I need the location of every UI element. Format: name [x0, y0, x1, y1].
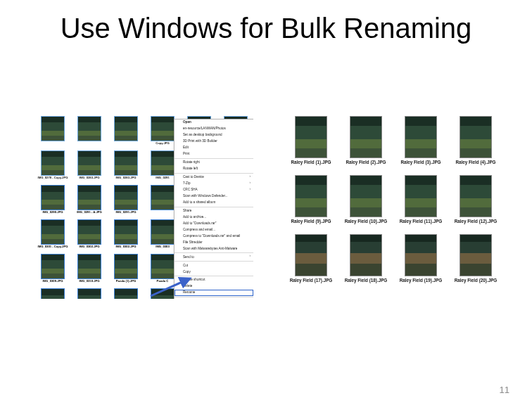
menu-item[interactable]: Edit — [175, 145, 253, 151]
svg-line-0 — [151, 278, 190, 296]
file-thumbnail[interactable]: IMG_0301 - Copy.JPG — [35, 219, 70, 252]
thumbnail-image — [460, 234, 492, 276]
file-thumbnail[interactable]: IMG_0310.JPG — [72, 254, 107, 287]
file-thumbnail[interactable] — [108, 116, 144, 149]
file-thumbnail[interactable] — [72, 116, 107, 149]
file-thumbnail[interactable]: Panda (8).JPG — [35, 288, 70, 299]
file-thumbnail[interactable]: IMG_0290.JPG — [35, 185, 70, 218]
file-label: Raley Field (9).JPG — [286, 219, 336, 224]
file-thumbnail[interactable]: Panda (1).JPG — [108, 254, 144, 287]
menu-item[interactable]: 3D Print with 3D Builder — [175, 139, 253, 145]
menu-item[interactable]: Compress to "Downloads.rar" and email — [175, 233, 253, 239]
thumbnail-image — [460, 175, 492, 217]
file-thumbnail[interactable]: IMG_0278 - Copy.JPG — [35, 150, 70, 184]
file-thumbnail[interactable]: IMG_0291 - A.JPG — [72, 185, 107, 218]
file-thumbnail[interactable]: Raley Field (17).JPG — [286, 234, 336, 290]
menu-item[interactable]: Send to — [175, 254, 253, 260]
thumbnail-image — [151, 219, 175, 245]
thumbnail-image — [114, 116, 138, 141]
thumbnail-image — [77, 288, 101, 299]
before-panel: Copy.JPGCopy.JPGIMG_0278 - Copy.JPGIMG_0… — [35, 116, 253, 299]
file-thumbnail[interactable]: IMG_0283.JPG — [108, 150, 144, 184]
file-thumbnail[interactable]: Raley Field (9).JPG — [286, 175, 336, 231]
file-thumbnail[interactable]: Raley Field (10).JPG — [341, 175, 391, 231]
file-thumbnail[interactable]: Raley Field (20).JPG — [450, 234, 501, 290]
thumbnail-image — [151, 150, 175, 176]
file-thumbnail[interactable]: Raley Field (3).JPG — [395, 116, 446, 172]
thumbnail-image — [350, 175, 382, 217]
file-thumbnail[interactable]: Raley Field (4).JPG — [450, 116, 501, 172]
file-label: Raley Field (3).JPG — [395, 160, 446, 165]
panels: Copy.JPGCopy.JPGIMG_0278 - Copy.JPGIMG_0… — [35, 116, 497, 299]
menu-item[interactable]: Set as desktop background — [175, 132, 253, 139]
file-label: IMG_0302.JPG — [72, 245, 106, 249]
file-thumbnail[interactable]: Raley Field (12).JPG — [450, 175, 501, 231]
thumbnail-image — [295, 116, 327, 158]
thumbnail-image — [77, 254, 101, 279]
file-label: IMG_0309.JPG — [36, 280, 70, 283]
menu-item[interactable]: Compress and email... — [175, 227, 253, 233]
file-label: IMG_0283.JPG — [72, 176, 106, 180]
menu-item[interactable]: Cut — [175, 262, 253, 269]
menu-separator — [175, 252, 253, 253]
file-label: Raley Field (1).JPG — [286, 160, 336, 165]
menu-open[interactable]: Open — [175, 120, 253, 126]
menu-item[interactable]: Rotate left — [175, 166, 253, 172]
file-thumbnail[interactable]: Raley Field (1).JPG — [286, 116, 336, 172]
thumbnail-image — [295, 175, 327, 217]
thumbnail-image — [405, 234, 437, 276]
file-thumbnail[interactable]: IMG_0309.JPG — [35, 254, 70, 287]
menu-item[interactable]: Scan with Malwarebytes Anti-Malware — [175, 245, 253, 252]
after-thumbnail-grid: Raley Field (1).JPGRaley Field (2).JPGRa… — [286, 116, 497, 290]
menu-item[interactable]: Cast to Device — [175, 174, 253, 181]
menu-item[interactable]: CRC SHA — [175, 187, 253, 193]
thumbnail-image — [41, 288, 65, 299]
file-label: Raley Field (19).JPG — [395, 278, 446, 283]
slide-title: Use Windows for Bulk Renaming — [0, 13, 532, 44]
file-thumbnail[interactable]: Raley Field (18).JPG — [341, 234, 391, 290]
context-menu[interactable]: Open en-resource/LANWAN/PhotosSet as des… — [174, 119, 253, 299]
slide: Use Windows for Bulk Renaming Copy.JPGCo… — [0, 0, 532, 405]
file-thumbnail[interactable]: IMG_0291.JPG — [108, 185, 144, 218]
thumbnail-image — [295, 234, 327, 276]
thumbnail-image — [41, 254, 65, 279]
thumbnail-image — [460, 116, 492, 158]
file-thumbnail[interactable]: Panda (10).JPG — [108, 288, 144, 299]
file-thumbnail[interactable]: IMG_0283.JPG — [72, 150, 107, 184]
thumbnail-image — [77, 219, 101, 245]
file-thumbnail[interactable]: IMG_0302.JPG — [72, 219, 107, 252]
file-label: IMG_0310.JPG — [72, 280, 106, 283]
menu-item[interactable]: File Shredder — [175, 239, 253, 245]
menu-item[interactable]: Copy — [175, 269, 253, 275]
menu-separator — [175, 207, 253, 207]
file-thumbnail[interactable]: Raley Field (11).JPG — [395, 175, 446, 231]
thumbnail-image — [350, 234, 382, 276]
menu-share[interactable]: Share — [175, 208, 253, 214]
menu-item[interactable]: Add to a shared album — [175, 200, 253, 206]
file-thumbnail[interactable]: Panda (9).JPG — [72, 288, 107, 299]
file-label: Panda (1).JPG — [109, 280, 143, 283]
thumbnail-image — [41, 219, 65, 245]
file-thumbnail[interactable] — [35, 116, 70, 149]
menu-item[interactable]: Rotate right — [175, 160, 253, 166]
after-panel: Raley Field (1).JPGRaley Field (2).JPGRa… — [286, 116, 497, 299]
menu-item[interactable]: 7-Zip — [175, 181, 253, 187]
file-label: Raley Field (20).JPG — [450, 278, 501, 283]
menu-item[interactable]: Add to archive... — [175, 214, 253, 221]
menu-item[interactable]: Scan with Windows Defender... — [175, 193, 253, 200]
file-label: IMG_0283.JPG — [109, 176, 143, 180]
file-label: Raley Field (10).JPG — [341, 219, 391, 224]
menu-separator — [175, 158, 253, 159]
file-label: IMG_0301 - Copy.JPG — [36, 245, 70, 249]
file-thumbnail[interactable]: IMG_0302.JPG — [108, 219, 144, 252]
file-thumbnail[interactable]: Raley Field (2).JPG — [341, 116, 391, 172]
menu-item[interactable]: Print — [175, 151, 253, 158]
thumbnail-image — [114, 254, 138, 279]
menu-item[interactable]: en-resource/LANWAN/Photos — [175, 126, 253, 132]
thumbnail-image — [41, 150, 65, 176]
menu-separator — [175, 261, 253, 262]
thumbnail-image — [41, 185, 65, 210]
file-label: Raley Field (2).JPG — [341, 160, 391, 165]
menu-item[interactable]: Add to "Downloads.rar" — [175, 221, 253, 227]
file-thumbnail[interactable]: Raley Field (19).JPG — [395, 234, 446, 290]
